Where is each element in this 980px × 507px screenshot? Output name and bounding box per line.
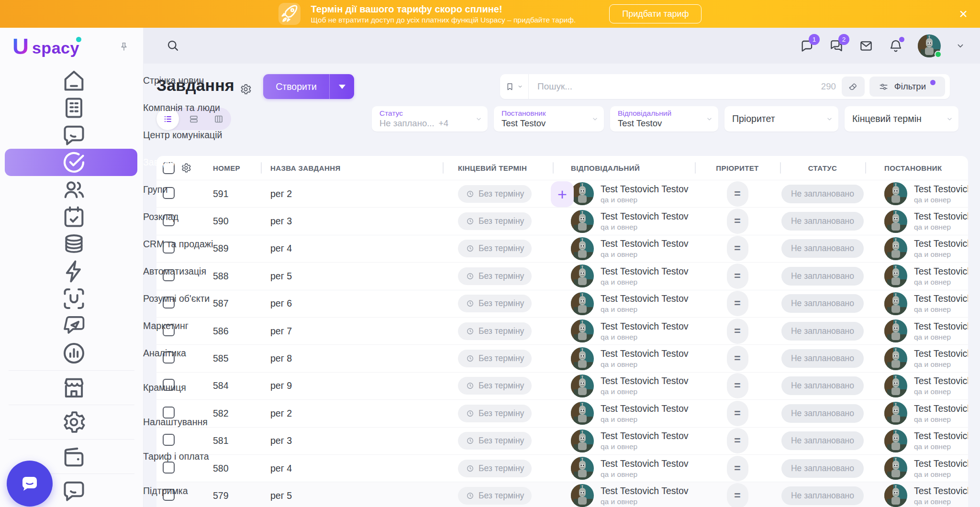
- saved-filters-button[interactable]: [500, 74, 529, 99]
- clear-filters-eraser-button[interactable]: [842, 77, 865, 97]
- task-name[interactable]: рег 9: [270, 380, 292, 391]
- status-badge[interactable]: Не заплановано: [781, 239, 864, 258]
- sidebar-item-groups[interactable]: Групи: [5, 176, 137, 203]
- sidebar-item-tasks[interactable]: Завдання: [5, 149, 137, 176]
- deadline-pill[interactable]: Без терміну: [458, 267, 532, 285]
- search-icon[interactable]: [166, 38, 180, 53]
- pin-sidebar-icon[interactable]: [118, 41, 130, 55]
- deadline-pill[interactable]: Без терміну: [458, 295, 532, 312]
- filter-chip-3[interactable]: Відповідальний Test Testov: [610, 106, 718, 132]
- deadline-pill[interactable]: Без терміну: [458, 460, 532, 477]
- status-badge[interactable]: Не заплановано: [781, 431, 864, 450]
- priority-pill[interactable]: =: [727, 428, 748, 453]
- deadline-pill[interactable]: Без терміну: [458, 185, 532, 203]
- sidebar-item-smart-objects[interactable]: Розумні об'єкти: [5, 285, 137, 312]
- column-header-author[interactable]: ПОСТАНОВНИК: [865, 156, 968, 180]
- comments-icon[interactable]: 1: [799, 38, 814, 54]
- sidebar-item-company-people[interactable]: Компанія та люди: [5, 94, 137, 121]
- filter-chip-1[interactable]: Статус Не заплано... +4: [372, 106, 488, 132]
- priority-pill[interactable]: =: [727, 209, 748, 234]
- task-name[interactable]: рег 2: [270, 188, 292, 199]
- search-input[interactable]: [529, 81, 821, 92]
- messenger-icon[interactable]: 2: [829, 38, 844, 54]
- status-badge[interactable]: Не заплановано: [781, 349, 864, 368]
- sidebar-item-automation[interactable]: Автоматизація: [5, 258, 137, 285]
- sidebar-item-news-feed[interactable]: Стрічка новин: [5, 67, 137, 94]
- filter-chip-4[interactable]: Пріоритет: [724, 106, 838, 132]
- sidebar-item-store[interactable]: Крамниця: [5, 374, 137, 401]
- filters-button[interactable]: Фільтри: [869, 77, 945, 97]
- sidebar-item-schedule[interactable]: Розклад: [5, 203, 137, 231]
- column-header-responsible[interactable]: ВІДПОВІДАЛЬНИЙ: [553, 156, 695, 180]
- deadline-pill[interactable]: Без терміну: [458, 487, 532, 505]
- status-badge[interactable]: Не заплановано: [781, 294, 864, 313]
- deadline-pill[interactable]: Без терміну: [458, 405, 532, 422]
- sidebar-item-settings[interactable]: Налаштування: [5, 408, 137, 436]
- mail-icon[interactable]: [858, 38, 874, 54]
- priority-pill[interactable]: =: [727, 483, 748, 507]
- sidebar-item-analytics[interactable]: Аналітика: [5, 340, 137, 367]
- sidebar-item-crm-sales[interactable]: CRM та продажі: [5, 231, 137, 258]
- task-name[interactable]: рег 8: [270, 353, 292, 364]
- status-badge[interactable]: Не заплановано: [781, 267, 864, 286]
- bolt-icon: [13, 258, 134, 285]
- column-header-task-name[interactable]: НАЗВА ЗАВДАННЯ: [261, 156, 443, 180]
- avatar: [884, 320, 907, 342]
- task-name[interactable]: рег 2: [270, 408, 292, 419]
- create-task-button[interactable]: Створити: [263, 74, 329, 99]
- priority-pill[interactable]: =: [727, 346, 748, 371]
- sidebar-item-label: Стрічка новин: [143, 75, 204, 86]
- task-name[interactable]: рег 4: [270, 243, 292, 254]
- task-name[interactable]: рег 3: [270, 216, 292, 226]
- priority-pill[interactable]: =: [727, 181, 748, 207]
- status-badge[interactable]: Не заплановано: [781, 459, 864, 478]
- column-header-status[interactable]: СТАТУС: [780, 156, 865, 180]
- status-badge[interactable]: Не заплановано: [781, 486, 864, 505]
- column-header-number[interactable]: НОМЕР: [200, 156, 261, 180]
- deadline-pill[interactable]: Без терміну: [458, 322, 532, 340]
- task-name[interactable]: рег 6: [270, 298, 292, 309]
- status-badge[interactable]: Не заплановано: [781, 322, 864, 341]
- profile-chevron-down-icon[interactable]: [955, 41, 966, 51]
- priority-pill[interactable]: =: [727, 236, 748, 261]
- row-checkbox[interactable]: [163, 462, 175, 474]
- notifications-bell-icon[interactable]: [888, 38, 903, 54]
- user-avatar[interactable]: [918, 34, 941, 57]
- close-icon[interactable]: ×: [959, 7, 968, 21]
- page-settings-gear-icon[interactable]: [239, 83, 252, 96]
- deadline-pill[interactable]: Без терміну: [458, 350, 532, 367]
- deadline-pill[interactable]: Без терміну: [458, 377, 532, 395]
- sidebar-item-marketing[interactable]: Маркетинг: [5, 312, 137, 340]
- task-name[interactable]: рег 3: [270, 435, 292, 446]
- column-header-deadline[interactable]: КІНЦЕВИЙ ТЕРМІН: [443, 156, 553, 180]
- sidebar-item-communications[interactable]: Центр комунікацій: [5, 121, 137, 149]
- priority-pill[interactable]: =: [727, 264, 748, 289]
- filter-chip-2[interactable]: Постановник Test Testov: [494, 106, 604, 132]
- filter-chip-5[interactable]: Кінцевий термін: [845, 106, 958, 132]
- deadline-pill[interactable]: Без терміну: [458, 432, 532, 450]
- uspacy-logo[interactable]: U spacy: [12, 36, 79, 56]
- task-name[interactable]: рег 7: [270, 326, 292, 336]
- create-task-dropdown-button[interactable]: [329, 74, 354, 99]
- priority-pill[interactable]: =: [727, 373, 748, 398]
- status-badge[interactable]: Не заплановано: [781, 376, 864, 395]
- task-name[interactable]: рег 5: [270, 490, 292, 501]
- deadline-pill[interactable]: Без терміну: [458, 212, 532, 230]
- status-badge[interactable]: Не заплановано: [781, 185, 864, 203]
- priority-pill[interactable]: =: [727, 291, 748, 316]
- column-header-priority[interactable]: ПРІОРИТЕТ: [695, 156, 780, 180]
- responsible-role: qa и овнер: [601, 305, 689, 314]
- support-chat-widget[interactable]: [7, 461, 53, 507]
- row-checkbox[interactable]: [163, 434, 175, 446]
- deadline-pill[interactable]: Без терміну: [458, 240, 532, 257]
- task-name[interactable]: рег 5: [270, 271, 292, 281]
- priority-pill[interactable]: =: [727, 401, 748, 426]
- status-badge[interactable]: Не заплановано: [781, 212, 864, 231]
- buy-tariff-button[interactable]: Придбати тариф: [609, 4, 702, 23]
- add-task-plus-button[interactable]: +: [551, 181, 574, 207]
- priority-pill[interactable]: =: [727, 319, 748, 344]
- status-badge[interactable]: Не заплановано: [781, 404, 864, 423]
- priority-pill[interactable]: =: [727, 456, 748, 481]
- task-name[interactable]: рег 4: [270, 463, 292, 474]
- sidebar-item-label: Автоматизація: [143, 266, 206, 277]
